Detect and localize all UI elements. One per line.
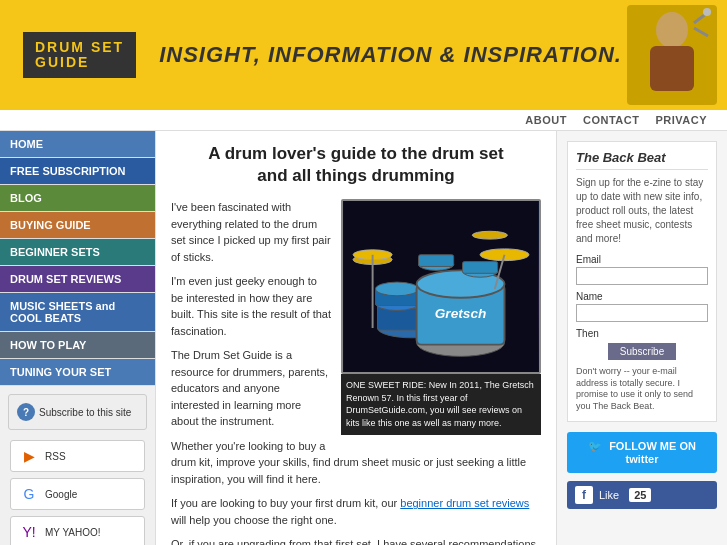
- subscribe-box: ? Subscribe to this site: [8, 394, 147, 430]
- subscribe-icon: ?: [17, 403, 35, 421]
- facebook-like-label: Like: [599, 489, 619, 501]
- nav-about[interactable]: ABOUT: [525, 114, 567, 126]
- email-field-group: Email: [576, 254, 708, 285]
- main-layout: HOME FREE SUBSCRIPTION BLOG BUYING GUIDE…: [0, 131, 727, 545]
- google-icon: G: [19, 484, 39, 504]
- svg-rect-1: [650, 46, 694, 91]
- email-label: Email: [576, 254, 708, 265]
- svg-point-11: [376, 282, 419, 296]
- facebook-like-box[interactable]: f Like 25: [567, 481, 717, 509]
- top-nav: ABOUT CONTACT PRIVACY: [0, 110, 727, 131]
- logo: DRUM SET GUIDE: [20, 29, 139, 82]
- svg-point-3: [703, 8, 711, 16]
- sidebar: HOME FREE SUBSCRIPTION BLOG BUYING GUIDE…: [0, 131, 155, 545]
- name-input[interactable]: [576, 304, 708, 322]
- sidebar-widgets: ▶ RSS G Google Y! MY YAHOO! ■ MY MSN B B…: [0, 430, 155, 545]
- rss-label: RSS: [45, 451, 66, 462]
- drum-image-container: Gretsch: [341, 199, 541, 434]
- twitter-bird-icon: 🐦: [588, 440, 602, 452]
- drum-image: Gretsch: [341, 199, 541, 374]
- google-widget[interactable]: G Google: [10, 478, 145, 510]
- facebook-count: 25: [629, 488, 651, 502]
- main-content: A drum lover's guide to the drum set and…: [155, 131, 557, 545]
- para5: Or, if you are upgrading from that first…: [171, 536, 541, 545]
- subscribe-button[interactable]: Subscribe: [608, 343, 676, 360]
- yahoo-widget[interactable]: Y! MY YAHOO!: [10, 516, 145, 545]
- svg-point-0: [656, 12, 688, 48]
- para3: Whether you're looking to buy a drum kit…: [171, 438, 541, 488]
- facebook-icon: f: [575, 486, 593, 504]
- sidebar-item-beginner-sets[interactable]: BEGINNER SETS: [0, 239, 155, 266]
- google-label: Google: [45, 489, 77, 500]
- right-sidebar: The Back Beat Sign up for the e-zine to …: [557, 131, 727, 545]
- svg-rect-25: [462, 262, 497, 274]
- backbeat-title: The Back Beat: [576, 150, 708, 170]
- name-label: Name: [576, 291, 708, 302]
- nav-contact[interactable]: CONTACT: [583, 114, 639, 126]
- backbeat-box: The Back Beat Sign up for the e-zine to …: [567, 141, 717, 422]
- svg-rect-23: [419, 255, 454, 267]
- sidebar-item-free-subscription[interactable]: FREE SUBSCRIPTION: [0, 158, 155, 185]
- name-field-group: Name: [576, 291, 708, 322]
- page-title: A drum lover's guide to the drum set and…: [171, 143, 541, 187]
- header-person-image: [627, 5, 717, 105]
- sidebar-item-drum-set-reviews[interactable]: DRUM SET REVIEWS: [0, 266, 155, 293]
- nav-privacy[interactable]: PRIVACY: [655, 114, 707, 126]
- svg-text:Gretsch: Gretsch: [435, 306, 487, 321]
- twitter-follow-button[interactable]: 🐦 FOLLOW ME ON twitter: [567, 432, 717, 473]
- subscribe-label: Subscribe to this site: [39, 407, 131, 418]
- email-input[interactable]: [576, 267, 708, 285]
- yahoo-icon: Y!: [19, 522, 39, 542]
- beginner-reviews-link[interactable]: beginner drum set reviews: [400, 497, 529, 509]
- rss-widget[interactable]: ▶ RSS: [10, 440, 145, 472]
- backbeat-description: Sign up for the e-zine to stay up to dat…: [576, 176, 708, 246]
- sidebar-item-buying-guide[interactable]: BUYING GUIDE: [0, 212, 155, 239]
- then-label: Then: [576, 328, 708, 339]
- logo-line1: DRUM SET: [35, 40, 124, 55]
- rss-icon: ▶: [19, 446, 39, 466]
- privacy-note: Don't worry -- your e-mail address is to…: [576, 366, 708, 413]
- header: DRUM SET GUIDE INSIGHT, INFORMATION & IN…: [0, 0, 727, 110]
- sidebar-item-tuning[interactable]: TUNING YOUR SET: [0, 359, 155, 386]
- sidebar-item-music-sheets[interactable]: MUSIC SHEETS and COOL BEATS: [0, 293, 155, 332]
- tagline: INSIGHT, INFORMATION & INSPIRATION.: [159, 42, 622, 68]
- svg-point-21: [472, 231, 507, 239]
- sidebar-item-home[interactable]: HOME: [0, 131, 155, 158]
- drum-caption: ONE SWEET RIDE: New In 2011, The Gretsch…: [341, 374, 541, 434]
- sidebar-item-how-to-play[interactable]: HOW TO PLAY: [0, 332, 155, 359]
- svg-line-4: [694, 28, 708, 36]
- twitter-follow-label: FOLLOW ME ON twitter: [609, 440, 696, 465]
- para4: If you are looking to buy your first dru…: [171, 495, 541, 528]
- yahoo-label: MY YAHOO!: [45, 527, 101, 538]
- logo-line2: GUIDE: [35, 55, 124, 70]
- sidebar-item-blog[interactable]: BLOG: [0, 185, 155, 212]
